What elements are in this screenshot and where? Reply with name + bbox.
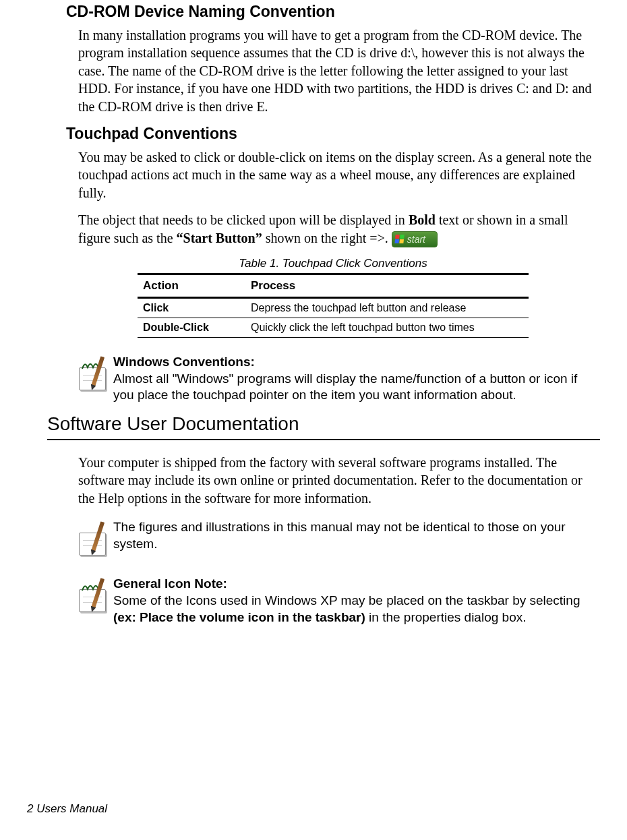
note-body: General Icon Note: Some of the Icons use… bbox=[113, 576, 600, 626]
start-button-label: start bbox=[407, 233, 425, 245]
table-header-process: Process bbox=[245, 274, 529, 297]
text-fragment: shown on the right =>. bbox=[262, 231, 388, 245]
note-text: Almost all "Windows" programs will displ… bbox=[113, 371, 577, 402]
note-text-pre: Some of the Icons used in Windows XP may… bbox=[113, 593, 580, 607]
heading-touchpad: Touchpad Conventions bbox=[66, 125, 600, 143]
note-body: The figures and illustrations in this ma… bbox=[113, 519, 600, 552]
heading-software-user-docs: Software User Documentation bbox=[47, 413, 600, 438]
bold-text: Bold bbox=[409, 212, 436, 227]
table-header-action: Action bbox=[138, 274, 245, 297]
para-touchpad-2: The object that needs to be clicked upon… bbox=[78, 211, 600, 247]
pencil-note-icon bbox=[75, 577, 111, 618]
page-footer: 2 Users Manual bbox=[27, 802, 107, 816]
note-title: General Icon Note: bbox=[113, 576, 227, 591]
footer-label: Users Manual bbox=[33, 802, 107, 815]
note-body: Windows Conventions: Almost all "Windows… bbox=[113, 354, 600, 404]
table-cell-action: Double-Click bbox=[138, 318, 245, 337]
para-software-docs: Your computer is shipped from the factor… bbox=[78, 454, 600, 507]
note-text-bold: (ex: Place the volume icon in the taskba… bbox=[113, 610, 365, 624]
para-touchpad-1: You may be asked to click or double-clic… bbox=[78, 148, 600, 202]
note-general-icon: General Icon Note: Some of the Icons use… bbox=[66, 576, 600, 626]
para-cdrom: In many installation programs you will h… bbox=[78, 26, 600, 115]
table-cell-process: Depress the touchpad left button and rel… bbox=[245, 297, 529, 318]
note-title: Windows Conventions: bbox=[113, 355, 255, 369]
section-divider bbox=[47, 439, 600, 440]
pencil-note-icon bbox=[75, 520, 111, 561]
text-fragment: The object that needs to be clicked upon… bbox=[78, 212, 409, 227]
table-cell-action: Click bbox=[138, 297, 245, 318]
start-button-image: start bbox=[392, 231, 438, 247]
windows-flag-icon bbox=[394, 235, 405, 244]
table-caption: Table 1. Touchpad Click Conventions bbox=[66, 257, 600, 270]
touchpad-conventions-table: Action Process Click Depress the touchpa… bbox=[138, 273, 529, 338]
note-text-post: in the properties dialog box. bbox=[365, 610, 527, 624]
bold-text-start-button: “Start Button” bbox=[177, 231, 262, 245]
pencil-note-icon bbox=[75, 355, 111, 396]
table-cell-process: Quickly click the left touchpad button t… bbox=[245, 318, 529, 337]
table-row: Click Depress the touchpad left button a… bbox=[138, 297, 529, 318]
table-row: Double-Click Quickly click the left touc… bbox=[138, 318, 529, 337]
note-windows-conventions: Windows Conventions: Almost all "Windows… bbox=[66, 354, 600, 404]
note-text: The figures and illustrations in this ma… bbox=[113, 520, 566, 551]
heading-cdrom: CD-ROM Device Naming Convention bbox=[66, 3, 600, 21]
note-figures: The figures and illustrations in this ma… bbox=[66, 519, 600, 561]
